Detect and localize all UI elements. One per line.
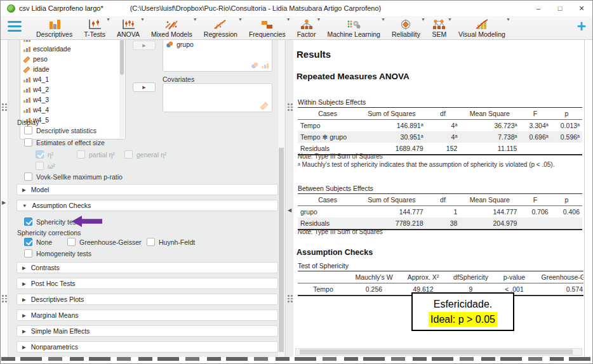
checkbox-icon [124,150,133,159]
section-post-hoc-tests[interactable]: ▶ Post Hoc Tests [17,278,278,289]
list-item-variable[interactable]: peso [20,54,125,64]
section-descriptives-plots[interactable]: ▶ Descriptives Plots [17,294,278,305]
checkbox-estimates-effect-size[interactable]: Estimates of effect size [24,138,105,146]
module-visual-modeling[interactable]: ▼ Visual Modeling [453,17,511,38]
table-row: Tempo ✻ grupo30.951ᵃ4ᵃ7.738ᵃ0.696ᵃ0.596ᵃ [298,131,582,143]
checkbox-icon [36,162,44,170]
module-mixed-models[interactable]: ▼ Mixed Models [145,17,198,38]
module-frequencies[interactable]: ▼ Frequencies [243,17,291,38]
titlebar: csv Lidia Carprofeno largo* (C:\Users\lu… [1,1,592,16]
checkbox-icon[interactable] [24,218,32,226]
input-panel-scrollbar[interactable] [278,40,284,357]
collapsed-arrow-icon: ▶ [22,265,26,271]
panel-divider[interactable]: ◀ [285,40,293,357]
list-item-variable[interactable]: escolaridade [20,44,125,54]
analysis-title[interactable]: Repeated Measures ANOVA [296,72,410,81]
collapse-input-arrow-icon[interactable]: ◀ [288,207,291,213]
right-gutter [585,40,593,357]
list-item-variable[interactable]: idade [20,64,125,74]
assign-button[interactable]: ▶ [133,82,156,92]
assign-button[interactable]: ▶ [133,41,156,50]
ordinal-icon [23,86,30,93]
module-factor[interactable]: ▼ Factor [291,17,322,38]
add-analysis-button[interactable]: + [576,20,586,32]
t-tests-icon [87,18,102,30]
maximize-button[interactable]: □ [549,1,571,16]
section-nonparametrics[interactable]: ▶ Nonparametrics [17,341,278,353]
between-subject-factors-box[interactable]: grupo [163,40,272,72]
between-subjects-caption: Between Subjects Effects [298,185,373,192]
section-marginal-means[interactable]: ▶ Marginal Means [17,309,278,321]
clipped-data-row [1,357,592,361]
module-regression[interactable]: ▼ Regression [198,17,243,38]
drag-handle-icon[interactable] [2,295,7,302]
section-contrasts[interactable]: ▶ Contrasts [17,262,278,273]
drag-handle-icon[interactable] [2,103,7,111]
checkbox-icon[interactable] [24,172,32,181]
results-panel: Results Repeated Measures ANOVA Within S… [293,40,585,357]
frequencies-icon [260,18,274,30]
main-menu-button[interactable] [8,21,22,32]
checkbox-descriptive-statistics[interactable]: Descriptive statistics [24,126,97,134]
checkbox-icon [77,150,85,159]
checkbox-homogeneity-tests[interactable]: Homogeneity tests [24,249,91,257]
allowed-types-hint [251,62,269,69]
module-sem[interactable]: ▼ SEM [426,17,453,38]
drag-handle-icon[interactable] [288,103,293,111]
checkbox-eta-squared: η² [36,150,53,159]
checkbox-icon[interactable] [24,126,32,134]
annotation-line2-highlighted: Ideal: p > 0.05 [429,312,497,327]
ordinal-icon [23,75,30,83]
dropdown-caret-icon: ▼ [381,17,385,22]
anova-icon [121,18,136,30]
checkbox-icon[interactable] [24,238,32,246]
between-subjects-table: Cases Sum of Squares df Mean Square F p … [298,193,582,230]
dropdown-caret-icon: ▼ [421,17,425,22]
analysis-input-panel: escolaridade peso idade w4_1 w4_2 [8,40,285,357]
checkbox-greenhouse-geisser[interactable]: Greenhouse-Geisser [67,238,141,246]
regression-icon [213,18,228,30]
ordinal-icon [23,45,30,53]
assigned-variable[interactable]: grupo [163,40,272,49]
close-button[interactable]: ✕ [571,1,592,16]
checkbox-icon[interactable] [67,238,76,246]
module-reliability[interactable]: ▼ Reliability [386,17,426,38]
module-machine-learning[interactable]: ▼ Machine Learning [321,17,385,38]
results-horizontal-scrollbar[interactable] [295,348,582,356]
assumption-checks-title: Assumption Checks [296,248,373,257]
module-descriptives[interactable]: Descriptives [30,17,78,38]
module-anova[interactable]: ▼ ANOVA [111,17,145,38]
section-model[interactable]: ▶ Model [17,184,278,195]
checkbox-icon[interactable] [147,238,155,246]
dropdown-caret-icon: ▼ [106,17,110,22]
data-panel-divider[interactable]: ▶ [1,40,8,357]
covariates-box[interactable] [163,83,272,112]
ordinal-icon [261,62,269,69]
list-scrollbar[interactable] [119,40,124,138]
section-simple-main-effects[interactable]: ▶ Simple Main Effects [17,325,278,337]
checkbox-icon[interactable] [24,138,32,146]
checkbox-vovk-sellke[interactable]: Vovk-Sellke maximum p-ratio [24,172,123,181]
expand-data-arrow-icon[interactable]: ▶ [2,200,6,205]
minimize-button[interactable]: – [528,1,549,16]
checkbox-correction-none[interactable]: None [24,238,52,246]
checkbox-huynh-feldt[interactable]: Huynh-Feldt [147,238,195,246]
checkbox-icon[interactable] [24,249,32,257]
section-assumption-checks[interactable]: ▼ Assumption Checks [17,200,278,211]
table-row: Tempo146.891ᵃ4ᵃ36.723ᵃ3.304ᵃ0.013ᵃ [298,120,582,132]
drag-handle-icon[interactable] [288,295,293,302]
collapsed-arrow-icon: ▶ [22,344,26,350]
module-t-tests[interactable]: ▼ T-Tests [78,17,111,38]
jasp-logo-icon [7,4,15,13]
list-item-variable[interactable]: w4_1 [20,74,125,84]
table-footnote: ᵃ Mauchly's test of sphericity indicates… [298,161,554,168]
list-item-variable[interactable]: w4_2 [20,84,125,94]
sphericity-corrections-label: Sphericity corrections [17,229,81,237]
list-item-variable[interactable]: w4_4 [20,105,125,115]
window-controls: – □ ✕ [528,1,592,16]
dropdown-caret-icon: ▼ [140,17,145,22]
dropdown-caret-icon: ▼ [506,17,510,22]
ribbon: Descriptives ▼ T-Tests ▼ ANOVA ▼ [1,16,592,40]
jasp-window: csv Lidia Carprofeno largo* (C:\Users\lu… [0,0,593,364]
list-item-variable[interactable]: w4_3 [20,94,125,105]
